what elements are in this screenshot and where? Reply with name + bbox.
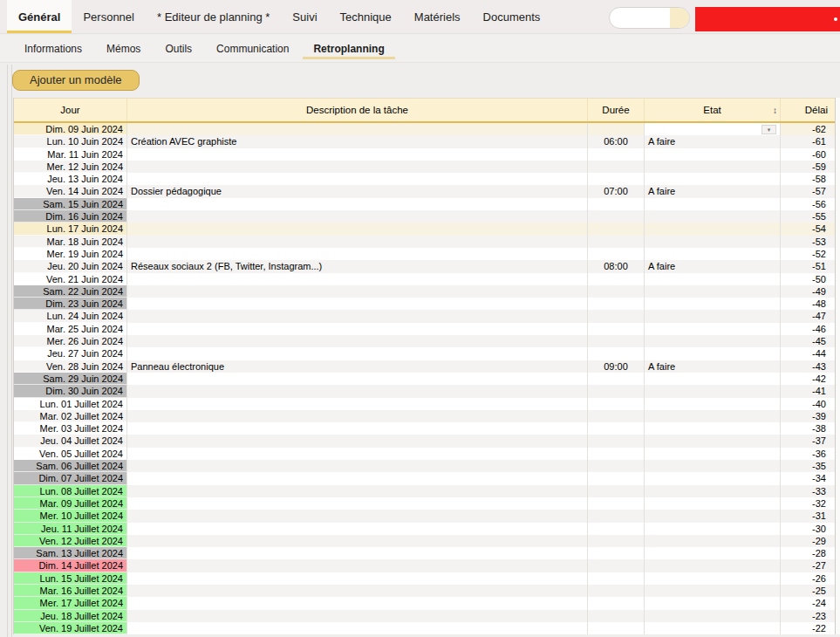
status-cell [644, 547, 780, 559]
table-row[interactable]: Ven. 14 Juin 2024Dossier pédagogique07:0… [14, 185, 835, 197]
status-dropdown[interactable]: ▾ [761, 125, 776, 134]
main-tab-2[interactable]: Personnel [72, 0, 146, 33]
table-row[interactable]: Ven. 05 Juillet 2024-36 [14, 448, 835, 460]
table-row[interactable]: Mar. 09 Juillet 2024-32 [14, 497, 835, 510]
table-row[interactable]: Jeu. 11 Juillet 2024-30 [14, 523, 835, 535]
column-header-duree[interactable]: Durée [587, 99, 644, 121]
main-tab-3[interactable]: * Editeur de planning * [146, 0, 281, 33]
duration-cell [587, 210, 644, 223]
status-cell [644, 448, 780, 460]
delay-cell: -32 [780, 497, 837, 510]
duration-cell [587, 385, 644, 397]
task-description-cell [126, 472, 587, 484]
column-header-jour[interactable]: Jour [14, 99, 126, 121]
task-description-cell [126, 497, 587, 510]
day-cell: Lun. 24 Juin 2024 [14, 310, 126, 322]
table-row[interactable]: Mer. 03 Juillet 2024-38 [14, 422, 835, 435]
alert-button[interactable] [695, 7, 840, 31]
sub-tab-2[interactable]: Mémos [94, 35, 153, 62]
table-row[interactable]: Dim. 16 Juin 2024-55 [14, 210, 835, 223]
table-row[interactable]: Mer. 26 Juin 2024-45 [14, 335, 835, 347]
table-row[interactable]: Sam. 22 Juin 2024-49 [14, 285, 835, 298]
duration-cell [587, 610, 644, 622]
task-description-cell [126, 285, 587, 298]
sub-tab-4[interactable]: Communication [204, 35, 301, 62]
main-tab-1[interactable]: Général [7, 0, 72, 33]
table-row[interactable]: Lun. 08 Juillet 2024-33 [14, 485, 835, 497]
table-row[interactable]: Jeu. 04 Juillet 2024-37 [14, 435, 835, 447]
main-tab-6[interactable]: Matériels [403, 0, 472, 33]
main-tab-7[interactable]: Documents [472, 0, 552, 33]
main-tab-5[interactable]: Technique [329, 0, 403, 33]
search-input[interactable] [617, 8, 669, 28]
sub-tab-5[interactable]: Retroplanning [301, 35, 396, 62]
add-template-button[interactable]: Ajouter un modèle [12, 70, 140, 91]
table-row[interactable]: Lun. 17 Juin 2024-54 [14, 223, 835, 235]
table-row[interactable]: Mar. 11 Juin 2024-60 [14, 148, 835, 161]
status-cell [644, 410, 780, 422]
column-header-delai[interactable]: Délai [780, 99, 837, 121]
duration-cell [587, 448, 644, 460]
day-cell: Lun. 08 Juillet 2024 [14, 485, 126, 497]
sort-arrows-icon[interactable]: ↕ [773, 106, 777, 116]
table-row[interactable]: Mer. 12 Juin 2024-59 [14, 161, 835, 173]
delay-cell: -31 [780, 510, 837, 522]
search-box[interactable] [609, 7, 690, 29]
table-row[interactable]: Mer. 19 Juin 2024-52 [14, 248, 835, 260]
task-description-cell [126, 310, 587, 322]
status-cell: A faire [644, 260, 780, 272]
delay-cell: -55 [780, 210, 837, 223]
table-row[interactable]: Lun. 24 Juin 2024-47 [14, 310, 835, 322]
table-row[interactable]: Dim. 23 Juin 2024-48 [14, 298, 835, 310]
day-cell: Mar. 16 Juillet 2024 [14, 585, 126, 597]
task-description-cell [126, 385, 587, 397]
day-cell: Lun. 10 Juin 2024 [14, 135, 126, 147]
table-row[interactable]: Jeu. 13 Juin 2024-58 [14, 173, 835, 185]
status-cell [644, 385, 780, 397]
task-description-cell [126, 161, 587, 173]
delay-cell: -33 [780, 485, 837, 497]
table-row[interactable]: Lun. 10 Juin 2024Création AVEC graphiste… [14, 135, 835, 147]
main-tab-4[interactable]: Suivi [281, 0, 328, 33]
duration-cell: 09:00 [587, 360, 644, 373]
status-cell [644, 523, 780, 535]
table-row[interactable]: Dim. 09 Juin 2024▾-62 [14, 123, 835, 135]
table-row[interactable]: Dim. 30 Juin 2024-41 [14, 385, 835, 397]
table-row[interactable]: Ven. 12 Juillet 2024-29 [14, 535, 835, 547]
column-header-description[interactable]: Description de la tâche [126, 99, 587, 121]
table-row[interactable]: Mer. 17 Juillet 2024-24 [14, 597, 835, 609]
table-row[interactable]: Ven. 19 Juillet 2024-22 [14, 622, 835, 634]
table-row[interactable]: Mar. 18 Juin 2024-53 [14, 236, 835, 248]
delay-cell: -24 [780, 597, 837, 609]
table-row[interactable]: Jeu. 27 Juin 2024-44 [14, 347, 835, 360]
task-description-cell [126, 559, 587, 572]
duration-cell [587, 248, 644, 260]
delay-cell: -51 [780, 260, 837, 272]
duration-cell [587, 198, 644, 210]
status-cell [644, 597, 780, 609]
table-row[interactable]: Mar. 02 Juillet 2024-39 [14, 410, 835, 422]
table-row[interactable]: Mar. 25 Juin 2024-46 [14, 323, 835, 335]
delay-cell: -27 [780, 559, 837, 572]
status-cell [644, 422, 780, 435]
delay-cell: -23 [780, 610, 837, 622]
table-row[interactable]: Jeu. 20 Juin 2024Réseaux sociaux 2 (FB, … [14, 260, 835, 272]
table-row[interactable]: Sam. 13 Juillet 2024-28 [14, 547, 835, 559]
sub-tab-3[interactable]: Outils [153, 35, 204, 62]
table-row[interactable]: Jeu. 18 Juillet 2024-23 [14, 610, 835, 622]
table-row[interactable]: Sam. 06 Juillet 2024-35 [14, 460, 835, 472]
table-row[interactable]: Dim. 14 Juillet 2024-27 [14, 559, 835, 572]
table-row[interactable]: Ven. 21 Juin 2024-50 [14, 273, 835, 285]
table-row[interactable]: Lun. 15 Juillet 2024-26 [14, 572, 835, 585]
status-cell [644, 472, 780, 484]
table-row[interactable]: Sam. 15 Juin 2024-56 [14, 198, 835, 210]
table-row[interactable]: Ven. 28 Juin 2024Panneau électronique09:… [14, 360, 835, 373]
table-row[interactable]: Sam. 29 Juin 2024-42 [14, 373, 835, 385]
table-row[interactable]: Dim. 07 Juillet 2024-34 [14, 472, 835, 484]
table-row[interactable]: Lun. 01 Juillet 2024-40 [14, 398, 835, 410]
sub-tab-1[interactable]: Informations [12, 35, 94, 62]
table-row[interactable]: Mer. 10 Juillet 2024-31 [14, 510, 835, 522]
status-cell [644, 323, 780, 335]
table-row[interactable]: Mar. 16 Juillet 2024-25 [14, 585, 835, 597]
column-header-etat[interactable]: Etat ↕ [644, 99, 780, 121]
